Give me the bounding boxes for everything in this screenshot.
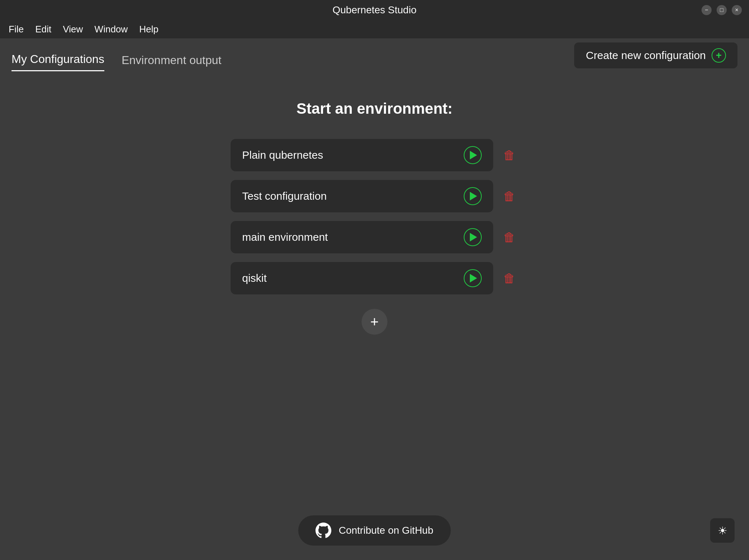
config-item-plain-qubernetes[interactable]: Plain qubernetes xyxy=(231,139,493,171)
github-label: Contribute on GitHub xyxy=(339,525,433,536)
tab-bar: My Configurations Environment output Cre… xyxy=(0,39,749,71)
delete-button-test-configuration[interactable]: 🗑 xyxy=(500,189,518,203)
create-new-configuration-button[interactable]: Create new configuration + xyxy=(574,42,737,68)
footer: Contribute on GitHub ☀ xyxy=(0,501,749,560)
play-icon-qiskit xyxy=(470,274,477,283)
create-button-label: Create new configuration xyxy=(586,49,706,62)
config-name-main-environment: main environment xyxy=(242,231,328,243)
github-button[interactable]: Contribute on GitHub xyxy=(298,515,450,546)
delete-button-plain-qubernetes[interactable]: 🗑 xyxy=(500,148,518,162)
tabs-container: My Configurations Environment output xyxy=(12,53,221,71)
maximize-button[interactable]: □ xyxy=(717,5,727,15)
close-button[interactable]: × xyxy=(732,5,742,15)
menu-bar: File Edit View Window Help xyxy=(0,20,749,39)
main-content: Start an environment: Plain qubernetes 🗑… xyxy=(0,71,749,501)
menu-edit[interactable]: Edit xyxy=(35,24,51,35)
play-button-qiskit[interactable] xyxy=(464,269,482,287)
config-row-2: main environment 🗑 xyxy=(231,221,518,253)
config-name-qiskit: qiskit xyxy=(242,272,267,284)
config-item-test-configuration[interactable]: Test configuration xyxy=(231,180,493,212)
add-configuration-button[interactable]: + xyxy=(362,309,387,335)
theme-toggle-button[interactable]: ☀ xyxy=(710,518,735,543)
menu-window[interactable]: Window xyxy=(95,24,128,35)
trash-icon-plain-qubernetes: 🗑 xyxy=(503,148,516,162)
trash-icon-qiskit: 🗑 xyxy=(503,271,516,285)
theme-icon: ☀ xyxy=(718,524,727,537)
trash-icon-main-environment: 🗑 xyxy=(503,230,516,244)
config-item-main-environment[interactable]: main environment xyxy=(231,221,493,253)
configuration-list: Plain qubernetes 🗑 Test configuration 🗑 xyxy=(231,139,518,294)
delete-button-qiskit[interactable]: 🗑 xyxy=(500,271,518,285)
menu-file[interactable]: File xyxy=(9,24,24,35)
play-button-test-configuration[interactable] xyxy=(464,187,482,205)
delete-button-main-environment[interactable]: 🗑 xyxy=(500,230,518,244)
play-icon-main-environment xyxy=(470,233,477,241)
play-icon-test-configuration xyxy=(470,192,477,200)
section-title: Start an environment: xyxy=(296,100,453,117)
add-circle-icon: + xyxy=(370,315,378,329)
tab-my-configurations[interactable]: My Configurations xyxy=(12,53,104,71)
config-row-3: qiskit 🗑 xyxy=(231,262,518,294)
trash-icon-test-configuration: 🗑 xyxy=(503,189,516,203)
play-button-main-environment[interactable] xyxy=(464,228,482,246)
config-name-plain-qubernetes: Plain qubernetes xyxy=(242,149,323,161)
play-icon-plain-qubernetes xyxy=(470,151,477,159)
play-button-plain-qubernetes[interactable] xyxy=(464,146,482,164)
app-title: Qubernetes Studio xyxy=(332,4,417,16)
config-name-test-configuration: Test configuration xyxy=(242,190,327,202)
title-bar: Qubernetes Studio − □ × xyxy=(0,0,749,20)
github-icon xyxy=(316,523,331,538)
tab-environment-output[interactable]: Environment output xyxy=(122,54,222,71)
config-item-qiskit[interactable]: qiskit xyxy=(231,262,493,294)
menu-help[interactable]: Help xyxy=(139,24,158,35)
config-row-0: Plain qubernetes 🗑 xyxy=(231,139,518,171)
create-button-plus-icon: + xyxy=(712,48,726,63)
window-controls: − □ × xyxy=(702,5,742,15)
config-row-1: Test configuration 🗑 xyxy=(231,180,518,212)
menu-view[interactable]: View xyxy=(63,24,83,35)
minimize-button[interactable]: − xyxy=(702,5,712,15)
